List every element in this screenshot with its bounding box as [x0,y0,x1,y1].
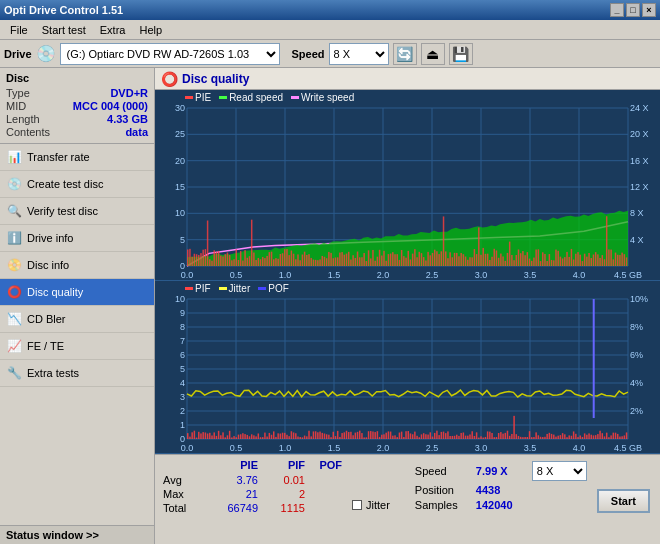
pif-legend-label: PIF [195,283,211,294]
charts-area: PIE Read speed Write speed [155,90,660,454]
status-window-section[interactable]: Status window >> [0,525,154,544]
total-pif: 1115 [260,502,305,514]
nav-fe-te-label: FE / TE [27,340,64,352]
disc-info-icon: 📀 [6,257,22,273]
nav-transfer-rate-label: Transfer rate [27,151,90,163]
disc-section-title: Disc [6,72,148,84]
speed-position-samples: Speed 7.99 X 8 X Max Position 4438 Sampl… [415,461,587,511]
drive-select[interactable]: (G:) Optiarc DVD RW AD-7260S 1.03 [60,43,280,65]
drive-icon: 💿 [36,44,56,63]
close-button[interactable]: × [642,3,656,17]
jitter-label: Jitter [366,499,390,511]
menu-file[interactable]: File [4,22,34,38]
jitter-legend: Jitter [219,283,251,294]
max-label: Max [163,488,201,500]
avg-pie: 3.76 [203,474,258,486]
position-label: Position [415,484,470,496]
chart2-legend: PIF Jitter POF [185,283,289,294]
menu-start-test[interactable]: Start test [36,22,92,38]
disc-quality-header-icon: ⭕ [161,71,178,87]
nav-menu: 📊 Transfer rate 💿 Create test disc 🔍 Ver… [0,144,154,525]
disc-mid-key: MID [6,100,26,112]
menu-bar: File Start test Extra Help [0,20,660,40]
nav-cd-bler-label: CD Bler [27,313,66,325]
nav-verify-test-disc[interactable]: 🔍 Verify test disc [0,198,154,225]
pie-pif-pof-table: PIE PIF POF Avg 3.76 0.01 Max 21 2 [163,459,342,516]
create-test-disc-icon: 💿 [6,176,22,192]
disc-quality-icon: ⭕ [6,284,22,300]
refresh-button[interactable]: 🔄 [393,43,417,65]
total-label: Total [163,502,201,514]
nav-disc-quality-label: Disc quality [27,286,83,298]
disc-mid-val: MCC 004 (000) [73,100,148,112]
read-speed-legend: Read speed [219,92,283,103]
jitter-legend-color [219,287,227,290]
disc-type-val: DVD+R [110,87,148,99]
menu-extra[interactable]: Extra [94,22,132,38]
nav-disc-quality[interactable]: ⭕ Disc quality [0,279,154,306]
disc-type-key: Type [6,87,30,99]
stats-area: PIE PIF POF Avg 3.76 0.01 Max 21 2 [155,454,660,544]
main-area: Disc Type DVD+R MID MCC 004 (000) Length… [0,68,660,544]
nav-drive-info[interactable]: ℹ️ Drive info [0,225,154,252]
avg-pif: 0.01 [260,474,305,486]
read-speed-legend-label: Read speed [229,92,283,103]
cd-bler-icon: 📉 [6,311,22,327]
nav-disc-info[interactable]: 📀 Disc info [0,252,154,279]
disc-mid-row: MID MCC 004 (000) [6,100,148,112]
speed-select[interactable]: 8 X Max 4 X [329,43,389,65]
transfer-rate-icon: 📊 [6,149,22,165]
stats-controls: PIE PIF POF Avg 3.76 0.01 Max 21 2 [155,455,660,518]
avg-label: Avg [163,474,201,486]
nav-extra-tests[interactable]: 🔧 Extra tests [0,360,154,387]
sidebar: Disc Type DVD+R MID MCC 004 (000) Length… [0,68,155,544]
position-val: 4438 [476,484,500,496]
pie-legend-color [185,96,193,99]
title-bar-buttons: _ □ × [610,3,656,17]
menu-help[interactable]: Help [133,22,168,38]
pif-jitter-pof-chart [155,281,660,453]
disc-contents-row: Contents data [6,126,148,138]
jitter-checkbox-icon [352,500,362,510]
pie-legend: PIE [185,92,211,103]
disc-length-key: Length [6,113,40,125]
speed-label: Speed [292,48,325,60]
eject-button[interactable]: ⏏ [421,43,445,65]
jitter-section: Jitter [352,499,390,511]
start-button[interactable]: Start [597,489,650,513]
drive-label: Drive [4,48,32,60]
nav-transfer-rate[interactable]: 📊 Transfer rate [0,144,154,171]
pie-header: PIE [203,459,258,471]
maximize-button[interactable]: □ [626,3,640,17]
pie-legend-label: PIE [195,92,211,103]
samples-val: 142040 [476,499,513,511]
speed-row: Speed 7.99 X 8 X Max [415,461,587,481]
pof-legend: POF [258,283,289,294]
nav-fe-te[interactable]: 📈 FE / TE [0,333,154,360]
pie-chart-container: PIE Read speed Write speed [155,90,660,281]
pif-legend-color [185,287,193,290]
pof-header: POF [307,459,342,471]
disc-type-row: Type DVD+R [6,87,148,99]
start-btn-container: Start [597,489,650,513]
disc-info-panel: Disc Type DVD+R MID MCC 004 (000) Length… [0,68,154,144]
disc-length-val: 4.33 GB [107,113,148,125]
nav-create-test-disc[interactable]: 💿 Create test disc [0,171,154,198]
nav-cd-bler[interactable]: 📉 CD Bler [0,306,154,333]
minimize-button[interactable]: _ [610,3,624,17]
max-pie: 21 [203,488,258,500]
max-pif: 2 [260,488,305,500]
disc-quality-header: ⭕ Disc quality [155,68,660,90]
pif-chart-container: PIF Jitter POF [155,281,660,454]
save-button[interactable]: 💾 [449,43,473,65]
speed-stat-select[interactable]: 8 X Max [532,461,587,481]
verify-test-disc-icon: 🔍 [6,203,22,219]
status-window-label: Status window >> [6,529,99,541]
disc-quality-title: Disc quality [182,72,249,86]
write-speed-legend: Write speed [291,92,354,103]
drive-bar: Drive 💿 (G:) Optiarc DVD RW AD-7260S 1.0… [0,40,660,68]
nav-drive-info-label: Drive info [27,232,73,244]
samples-label: Samples [415,499,470,511]
pof-legend-color [258,287,266,290]
fe-te-icon: 📈 [6,338,22,354]
